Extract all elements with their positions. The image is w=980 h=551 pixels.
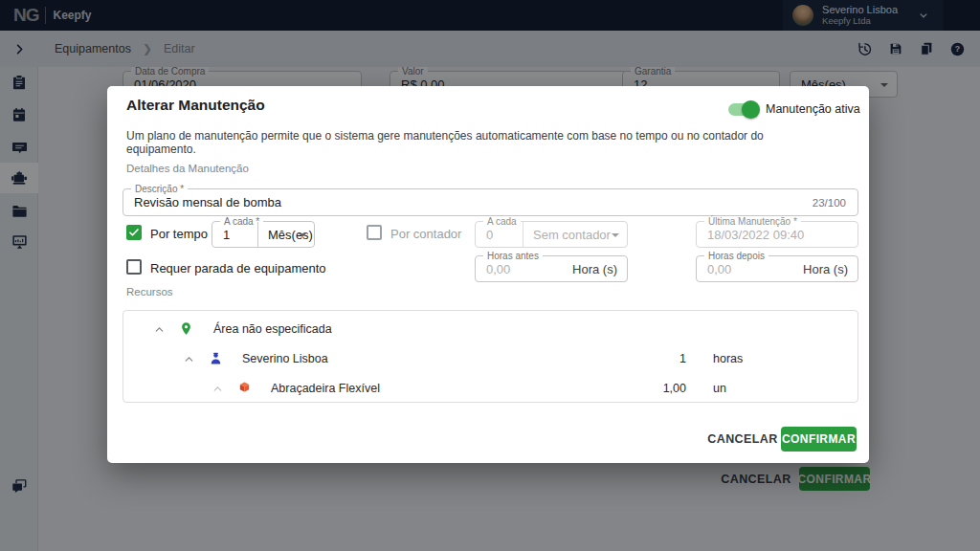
field-divider	[257, 222, 258, 247]
hours-after-value[interactable]: 0,00	[707, 256, 731, 282]
worker-name: Severino Lisboa	[242, 352, 328, 365]
time-interval-group: A cada * 1 Mês(es)	[212, 221, 315, 248]
char-counter: 23/100	[813, 189, 846, 216]
toggle-thumb	[742, 100, 760, 119]
hours-before-value[interactable]: 0,00	[486, 256, 510, 282]
chevron-down-icon[interactable]	[299, 233, 306, 237]
counter-interval-value[interactable]: 0	[486, 222, 493, 248]
maintenance-active-toggle[interactable]	[728, 103, 756, 116]
por-tempo-checkbox[interactable]	[126, 225, 142, 240]
material-unit: un	[713, 382, 726, 395]
time-interval-value[interactable]: 1	[223, 222, 230, 248]
tree-row-area: Área não especificada	[123, 314, 858, 344]
material-name: Abraçadeira Flexível	[271, 382, 380, 395]
modal-title: Alterar Manutenção	[126, 97, 265, 114]
chevron-down-icon[interactable]	[612, 233, 619, 237]
worker-unit: horas	[713, 352, 743, 365]
description-field[interactable]: Descrição * Revisão mensal de bomba 23/1…	[122, 188, 858, 216]
last-maintenance-field[interactable]: Última Manutenção * 18/03/2022 09:40	[696, 221, 858, 248]
counter-unit-select[interactable]: Sem contador	[533, 222, 611, 248]
modal-confirm-button[interactable]: CONFIRMAR	[781, 427, 857, 452]
app-screen: NG Keepfy Severino Lisboa Keepfy Ltda Eq…	[0, 0, 980, 551]
hours-after-suffix: Hora (s)	[803, 256, 848, 282]
por-contador-label: Por contador	[390, 227, 461, 241]
description-value[interactable]: Revisão mensal de bomba	[134, 189, 281, 216]
requires-stop-checkbox[interactable]	[126, 259, 142, 275]
hours-after-field[interactable]: Horas depois 0,00 Hora (s)	[696, 255, 858, 282]
resources-section-label: Recursos	[126, 286, 173, 298]
area-name: Área não especificada	[213, 322, 332, 336]
hours-before-suffix: Hora (s)	[572, 256, 617, 282]
worker-qty: 1	[619, 352, 686, 365]
tree-row-worker: Severino Lisboa 1 horas	[123, 343, 858, 374]
details-section-label: Detalhes da Manutenção	[126, 163, 249, 174]
collapse-chevron-icon[interactable]	[153, 322, 166, 340]
check-icon	[128, 227, 140, 238]
requires-stop-label: Requer parada de equipamento	[150, 261, 326, 276]
maintenance-active-label: Manutenção ativa	[766, 102, 860, 116]
hours-before-field[interactable]: Horas antes 0,00 Hora (s)	[475, 255, 628, 282]
location-pin-icon	[179, 321, 193, 340]
tree-row-material: Abraçadeira Flexível 1,00 un	[123, 373, 858, 404]
worker-icon	[209, 351, 223, 369]
modal-cancel-button[interactable]: CANCELAR	[713, 428, 772, 451]
counter-interval-group: A cada 0 Sem contador	[475, 221, 628, 248]
por-tempo-label: Por tempo	[150, 227, 208, 241]
modal-intro-text: Um plano de manutenção permite que o sis…	[126, 129, 815, 156]
field-divider	[523, 222, 523, 247]
material-qty: 1,00	[619, 382, 686, 395]
material-cube-icon	[237, 381, 252, 399]
last-maintenance-value: 18/03/2022 09:40	[707, 222, 804, 248]
resources-tree: Área não especificada Severino Lisboa 1 …	[122, 310, 858, 403]
collapse-chevron-icon[interactable]	[212, 382, 224, 399]
por-contador-checkbox[interactable]	[367, 225, 382, 240]
collapse-chevron-icon[interactable]	[183, 352, 195, 369]
alter-maintenance-modal: Alterar Manutenção Manutenção ativa Um p…	[107, 86, 869, 463]
